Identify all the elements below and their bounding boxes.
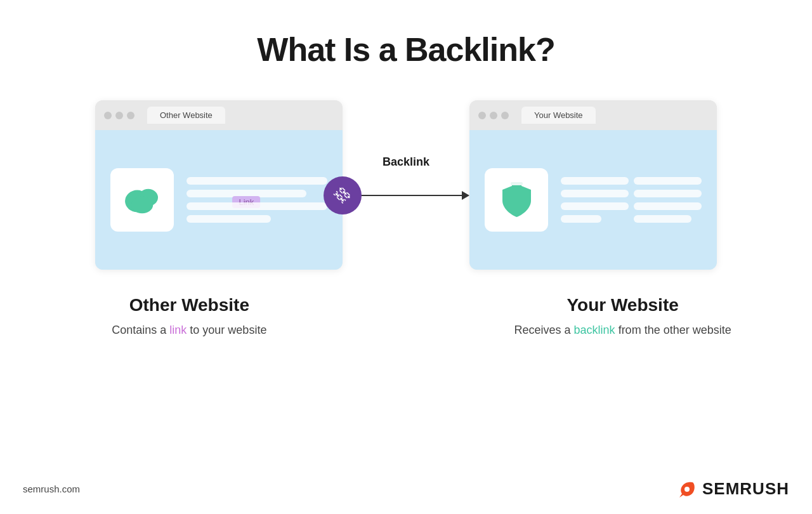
- r-line-1: [561, 177, 629, 185]
- left-content-lines: Link: [187, 177, 327, 223]
- line-3: [187, 202, 327, 210]
- right-col-1: [561, 177, 629, 223]
- right-label-desc: Receives a backlink from the other websi…: [499, 322, 747, 339]
- right-label-title: Your Website: [499, 295, 747, 315]
- r-line-2: [561, 190, 629, 197]
- chain-icon-circle: ⛓: [324, 176, 362, 214]
- line-1: [187, 177, 327, 185]
- r-line-3: [561, 202, 629, 210]
- arrow-connector: [360, 191, 469, 200]
- left-label-desc: Contains a link to your website: [65, 322, 313, 339]
- r-line-8: [634, 215, 691, 223]
- right-content-lines: [561, 177, 702, 223]
- arrow-line: ⛓: [343, 176, 469, 214]
- semrush-brand-text: SEMRUSH: [702, 479, 789, 499]
- arrow-section: Backlink ⛓: [343, 155, 469, 214]
- dot-3: [127, 112, 134, 119]
- dot-2: [115, 112, 123, 119]
- left-desc-link: link: [169, 324, 187, 336]
- r-line-7: [634, 202, 702, 210]
- right-desc-backlink: backlink: [574, 324, 615, 336]
- semrush-icon: [674, 477, 697, 500]
- page-title: What Is a Backlink?: [257, 30, 554, 69]
- footer-url: semrush.com: [23, 484, 80, 494]
- dot-6: [501, 112, 509, 119]
- arrow-shaft: [360, 195, 462, 196]
- left-label-block: Other Website Contains a link to your we…: [65, 295, 313, 339]
- footer: semrush.com SEMRUSH: [0, 477, 812, 500]
- left-desc-suffix: to your website: [187, 324, 266, 336]
- semrush-logo: SEMRUSH: [674, 477, 789, 500]
- right-desc-prefix: Receives a: [514, 324, 574, 336]
- left-browser-bar: Other Website: [95, 100, 343, 130]
- dot-1: [104, 112, 112, 119]
- center-spacer: [343, 295, 469, 339]
- right-col-2: [634, 177, 702, 223]
- line-2: Link: [187, 190, 306, 197]
- left-image-card: [110, 168, 174, 232]
- right-image-card: [485, 168, 548, 232]
- left-browser: Other Website Link: [95, 100, 343, 270]
- r-line-4: [561, 215, 601, 223]
- right-browser: Your Website: [469, 100, 717, 270]
- r-line-5: [634, 177, 702, 185]
- left-browser-dots: [104, 112, 134, 119]
- right-label-block: Your Website Receives a backlink from th…: [499, 295, 747, 339]
- right-browser-bar: Your Website: [469, 100, 717, 130]
- left-browser-tab: Other Website: [147, 107, 225, 124]
- green-blob-icon: [123, 184, 161, 216]
- svg-point-5: [684, 487, 690, 492]
- backlink-arrow-label: Backlink: [383, 155, 429, 169]
- dot-4: [478, 112, 486, 119]
- right-desc-suffix: from the other website: [615, 324, 731, 336]
- right-browser-dots: [478, 112, 509, 119]
- r-line-6: [634, 190, 702, 197]
- left-browser-content: Link: [95, 130, 343, 270]
- dot-5: [490, 112, 497, 119]
- labels-area: Other Website Contains a link to your we…: [0, 295, 812, 339]
- left-desc-prefix: Contains a: [112, 324, 169, 336]
- shield-icon: [499, 181, 534, 218]
- line-4: [187, 215, 271, 223]
- left-label-title: Other Website: [65, 295, 313, 315]
- svg-rect-4: [511, 182, 523, 185]
- chain-icon: ⛓: [331, 184, 355, 208]
- svg-point-2: [131, 196, 154, 213]
- right-content-block: [561, 177, 702, 223]
- diagram-area: Other Website Link: [0, 100, 812, 270]
- arrow-head: [462, 191, 469, 200]
- right-browser-tab: Your Website: [521, 107, 596, 124]
- right-browser-content: [469, 130, 717, 270]
